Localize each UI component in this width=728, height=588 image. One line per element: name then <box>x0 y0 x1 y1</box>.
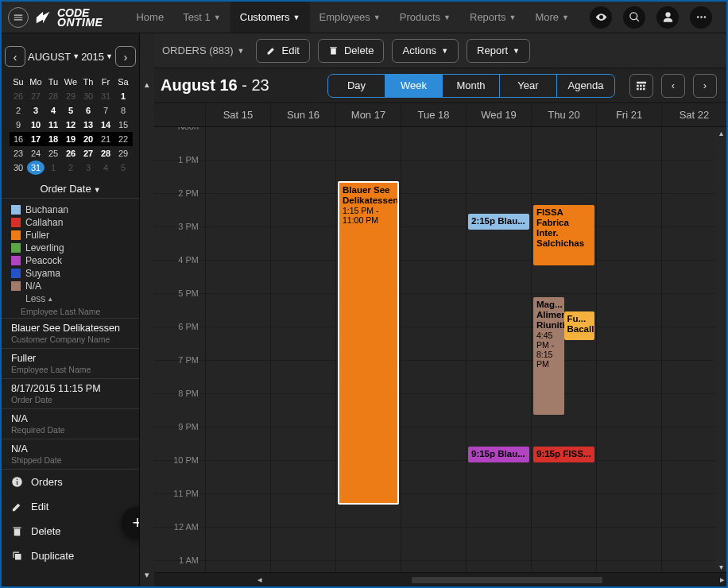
order-date-dropdown[interactable]: Order Date▼ <box>2 180 139 199</box>
mini-cal-day[interactable]: 27 <box>27 89 45 103</box>
day-column[interactable] <box>401 127 466 572</box>
report-button[interactable]: Report▼ <box>467 39 530 63</box>
view-tab-week[interactable]: Week <box>385 75 443 97</box>
mini-cal-day[interactable]: 11 <box>45 118 62 132</box>
mini-cal-day[interactable]: 28 <box>97 146 114 161</box>
hscroll-left-icon[interactable]: ◂ <box>258 574 262 585</box>
calendar-event[interactable]: Blauer See Delikatessen1:15 PM - 11:00 P… <box>338 181 399 505</box>
view-tab-year[interactable]: Year <box>500 75 557 97</box>
mini-cal-day[interactable]: 2 <box>10 103 27 118</box>
gutter-down-icon[interactable]: ▾ <box>145 567 149 586</box>
mini-cal-day[interactable]: 26 <box>10 89 27 103</box>
mini-cal-day[interactable]: 27 <box>79 146 97 161</box>
legend-item[interactable]: Peacock <box>11 254 131 267</box>
nav-prev-button[interactable]: ‹ <box>661 74 685 98</box>
mini-cal-day[interactable]: 3 <box>27 103 45 118</box>
view-tab-day[interactable]: Day <box>328 75 385 97</box>
hscroll-track[interactable] <box>412 577 602 583</box>
sidebar-orders-link[interactable]: Orders <box>2 470 139 494</box>
mini-cal-day[interactable]: 29 <box>114 146 132 161</box>
mini-cal-day[interactable]: 9 <box>10 118 27 132</box>
sidebar-delete-link[interactable]: Delete <box>2 519 139 544</box>
legend-less-toggle[interactable]: Less▲ <box>11 292 131 305</box>
edit-button[interactable]: Edit <box>256 39 310 63</box>
mini-cal-day[interactable]: 23 <box>10 146 27 161</box>
mini-cal-day[interactable]: 16 <box>10 132 27 146</box>
day-column[interactable]: 2:15p Blau...9:15p Blau... <box>466 127 531 572</box>
search-icon[interactable] <box>623 6 645 29</box>
gutter-up-icon[interactable]: ▴ <box>145 76 149 93</box>
calendar-event[interactable]: FISSA Fabrica Inter. Salchichas <box>533 205 594 265</box>
horizontal-scrollbar[interactable]: ◂ ▸ <box>154 572 726 586</box>
vertical-scrollbar[interactable]: ▴ ▾ <box>715 127 726 572</box>
mini-cal-day[interactable]: 21 <box>97 132 114 146</box>
nav-next-button[interactable]: › <box>693 74 717 98</box>
mini-cal-day[interactable]: 3 <box>79 161 97 175</box>
mini-cal-day[interactable]: 10 <box>27 118 45 132</box>
day-column[interactable]: FISSA Fabrica Inter. SalchichasMag... Al… <box>531 127 596 572</box>
day-column[interactable] <box>596 127 661 572</box>
actions-button[interactable]: Actions▼ <box>392 39 459 63</box>
calendar-event[interactable]: 9:15p Blau... <box>468 447 529 462</box>
mini-cal-day[interactable]: 7 <box>97 103 114 118</box>
mini-cal-day[interactable]: 5 <box>114 161 132 175</box>
nav-more[interactable]: More▼ <box>525 2 579 33</box>
day-column[interactable] <box>270 127 335 572</box>
mini-cal-day[interactable]: 29 <box>62 89 79 103</box>
user-icon[interactable] <box>656 6 679 29</box>
orders-breadcrumb[interactable]: ORDERS (883)▼ <box>162 44 245 56</box>
legend-item[interactable]: Leverling <box>11 242 131 254</box>
mini-cal-day[interactable]: 30 <box>79 89 97 103</box>
menu-icon[interactable] <box>8 7 29 28</box>
nav-test-1[interactable]: Test 1▼ <box>173 2 230 33</box>
mini-cal-day[interactable]: 28 <box>45 89 62 103</box>
view-tab-agenda[interactable]: Agenda <box>557 75 614 97</box>
mini-cal-day[interactable]: 6 <box>79 103 97 118</box>
mini-cal-prev-button[interactable]: ‹ <box>5 46 25 67</box>
calendar-event[interactable]: Fu... Bacall <box>564 311 595 340</box>
legend-item[interactable]: N/A <box>11 280 131 292</box>
mini-cal-day[interactable]: 25 <box>45 146 62 161</box>
view-tab-month[interactable]: Month <box>443 75 500 97</box>
mini-cal-day[interactable]: 31 <box>97 89 114 103</box>
delete-button[interactable]: Delete <box>318 39 385 63</box>
nav-reports[interactable]: Reports▼ <box>460 2 525 33</box>
mini-cal-day[interactable]: 4 <box>45 103 62 118</box>
mini-cal-day[interactable]: 8 <box>114 103 132 118</box>
day-column[interactable]: Blauer See Delikatessen1:15 PM - 11:00 P… <box>335 127 401 572</box>
mini-cal-day[interactable]: 14 <box>97 118 114 132</box>
legend-item[interactable]: Fuller <box>11 229 131 242</box>
calendar-event[interactable]: Mag... Alimen Riuniti4:45 PM - 8:15 PM <box>533 297 564 415</box>
mini-cal-day[interactable]: 17 <box>27 132 45 146</box>
mini-cal-day[interactable]: 13 <box>79 118 97 132</box>
mini-cal-day[interactable]: 30 <box>10 161 27 175</box>
mini-cal-next-button[interactable]: › <box>115 46 136 67</box>
mini-cal-day[interactable]: 12 <box>62 118 79 132</box>
mini-cal-day[interactable]: 20 <box>79 132 97 146</box>
mini-cal-day[interactable]: 1 <box>114 89 132 103</box>
nav-customers[interactable]: Customers▼ <box>230 2 310 33</box>
legend-item[interactable]: Suyama <box>11 267 131 280</box>
nav-employees[interactable]: Employees▼ <box>310 2 390 33</box>
sidebar-edit-link[interactable]: Edit <box>2 494 139 519</box>
mini-cal-day[interactable]: 26 <box>62 146 79 161</box>
mini-cal-day[interactable]: 5 <box>62 103 79 118</box>
sidebar-duplicate-link[interactable]: Duplicate <box>2 544 139 568</box>
preview-icon[interactable] <box>590 6 612 29</box>
calendar-event[interactable]: 2:15p Blau... <box>468 214 529 230</box>
calendar-event[interactable]: 9:15p FISS... <box>533 447 594 462</box>
hscroll-right-icon[interactable]: ▸ <box>720 574 725 585</box>
mini-cal-day[interactable]: 15 <box>114 118 132 132</box>
mini-cal-day[interactable]: 2 <box>62 161 79 175</box>
more-icon[interactable] <box>690 6 712 29</box>
mini-cal-day[interactable]: 24 <box>27 146 45 161</box>
mini-cal-day[interactable]: 4 <box>97 161 114 175</box>
legend-item[interactable]: Buchanan <box>11 203 131 216</box>
mini-cal-day[interactable]: 31 <box>27 161 45 175</box>
scroll-down-icon[interactable]: ▾ <box>715 561 726 572</box>
mini-cal-day[interactable]: 22 <box>114 132 132 146</box>
mini-cal-day[interactable]: 19 <box>62 132 79 146</box>
scroll-up-icon[interactable]: ▴ <box>715 127 726 138</box>
calendar-grid-icon[interactable] <box>629 74 653 98</box>
mini-cal-day[interactable]: 18 <box>45 132 62 146</box>
